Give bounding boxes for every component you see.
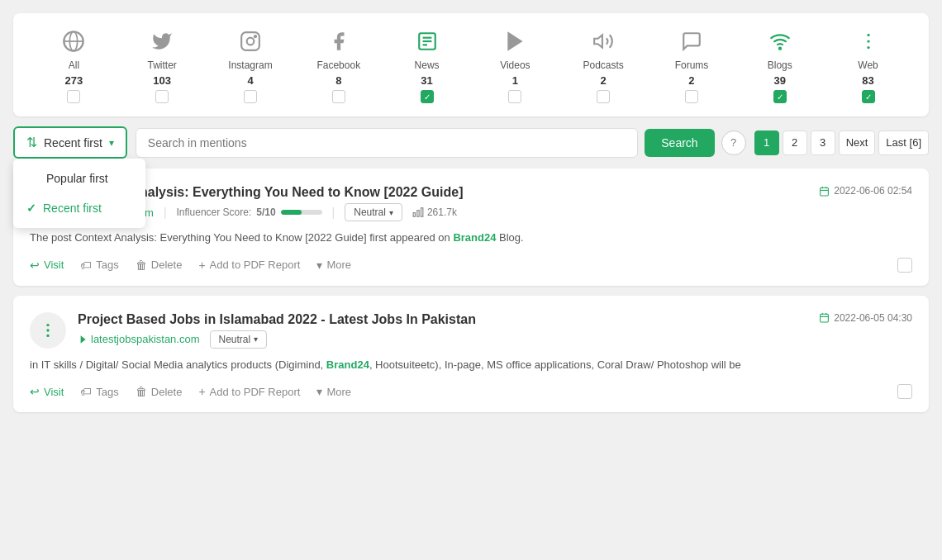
card-source-link[interactable]: latestjobspakistan.com (78, 333, 200, 345)
sort-dropdown-menu: Popular first✓Recent first (13, 159, 145, 228)
forums-label: Forums (675, 59, 709, 71)
web-label: Web (858, 59, 878, 71)
all-checkbox[interactable] (67, 90, 80, 103)
card-checkbox[interactable] (897, 384, 912, 399)
forums-checkbox[interactable] (685, 90, 698, 103)
add-pdf-label: Add to PDF Report (210, 386, 301, 398)
chevron-down-icon: ▾ (109, 137, 114, 149)
influencer-score: Influencer Score: 5/10 (177, 206, 322, 218)
svg-point-30 (46, 334, 49, 336)
page-btn-1[interactable]: 1 (754, 131, 779, 155)
svg-point-15 (867, 46, 869, 49)
action-visit[interactable]: ↩ Visit (30, 259, 64, 272)
blogs-icon (765, 26, 795, 56)
avatar (30, 312, 66, 349)
source-item-podcasts[interactable]: Podcasts 2 (559, 26, 648, 103)
sort-option-recent[interactable]: ✓Recent first (13, 193, 145, 223)
reach-stat: 261.7k (412, 206, 457, 218)
forums-count: 2 (688, 74, 694, 87)
search-button[interactable]: Search (645, 129, 714, 157)
card-header: Project Based Jobs in Islamabad 2022 - L… (30, 312, 912, 349)
action-visit[interactable]: ↩ Visit (30, 385, 64, 398)
action-more[interactable]: ▾ More (316, 385, 351, 398)
web-checkbox[interactable]: ✓ (862, 90, 875, 103)
add-pdf-icon: + (198, 259, 205, 272)
facebook-count: 8 (335, 74, 341, 87)
facebook-label: Facebook (316, 59, 360, 71)
source-item-instagram[interactable]: Instagram 4 (207, 26, 295, 103)
source-item-all[interactable]: All 273 (30, 26, 118, 103)
card-title: Context Analysis: Everything You Need to… (78, 185, 807, 200)
tags-label: Tags (96, 259, 118, 271)
sort-option-label: Popular first (46, 172, 108, 185)
search-bar: Search ? (136, 128, 746, 158)
source-item-forums[interactable]: Forums 2 (648, 26, 736, 103)
next-button[interactable]: Next (839, 131, 876, 155)
sort-label: Recent first (44, 136, 102, 149)
news-icon (412, 26, 442, 56)
instagram-checkbox[interactable] (244, 90, 257, 103)
facebook-icon (324, 26, 354, 56)
source-item-blogs[interactable]: Blogs 39 ✓ (735, 26, 824, 103)
videos-icon (500, 26, 530, 56)
facebook-checkbox[interactable] (332, 90, 345, 103)
news-checkbox[interactable]: ✓ (421, 90, 434, 103)
card-card1: Context Analysis: Everything You Need to… (13, 168, 929, 286)
check-icon: ✓ (26, 202, 36, 215)
action-tags[interactable]: 🏷 Tags (80, 385, 118, 398)
svg-marker-11 (594, 35, 602, 47)
last-button[interactable]: Last [6] (878, 131, 929, 155)
card-meta: Project Based Jobs in Islamabad 2022 - L… (78, 312, 807, 349)
search-input[interactable] (136, 128, 638, 158)
instagram-count: 4 (247, 74, 253, 87)
page-btn-2[interactable]: 2 (783, 131, 807, 155)
sort-icon: ⇅ (26, 135, 37, 150)
instagram-icon (236, 26, 265, 56)
blogs-label: Blogs (768, 59, 792, 71)
svg-rect-21 (421, 208, 422, 217)
action-add-pdf[interactable]: + Add to PDF Report (198, 259, 300, 272)
more-label: More (326, 259, 351, 271)
action-add-pdf[interactable]: + Add to PDF Report (198, 385, 300, 398)
more-icon: ▾ (316, 385, 322, 398)
blogs-checkbox[interactable]: ✓ (773, 90, 787, 103)
svg-rect-3 (241, 32, 259, 50)
source-item-videos[interactable]: Videos 1 (471, 26, 559, 103)
visit-label: Visit (44, 259, 64, 271)
videos-checkbox[interactable] (508, 90, 521, 103)
source-item-facebook[interactable]: Facebook 8 (294, 26, 383, 103)
source-list: All 273 Twitter 103 Instagram 4 Facebook… (30, 26, 912, 103)
action-delete[interactable]: 🗑 Delete (136, 259, 183, 272)
source-item-twitter[interactable]: Twitter 103 (118, 26, 207, 103)
action-more[interactable]: ▾ More (316, 259, 351, 272)
sentiment-badge[interactable]: Neutral ▾ (345, 203, 402, 221)
sort-dropdown[interactable]: ⇅ Recent first ▾ Popular first✓Recent fi… (13, 126, 127, 159)
svg-marker-31 (81, 335, 86, 344)
delete-icon: 🗑 (136, 385, 147, 398)
twitter-checkbox[interactable] (155, 90, 169, 103)
source-item-news[interactable]: News 31 ✓ (383, 26, 471, 103)
sentiment-badge[interactable]: Neutral ▾ (210, 330, 268, 349)
help-button[interactable]: ? (721, 131, 746, 155)
action-delete[interactable]: 🗑 Delete (136, 385, 183, 398)
instagram-label: Instagram (228, 59, 272, 71)
web-count: 83 (862, 74, 873, 87)
action-tags[interactable]: 🏷 Tags (80, 259, 118, 272)
card-checkbox[interactable] (897, 258, 912, 273)
delete-icon: 🗑 (136, 259, 147, 272)
card-title: Project Based Jobs in Islamabad 2022 - L… (78, 312, 807, 327)
page-btn-3[interactable]: 3 (811, 131, 835, 155)
card-actions: ↩ Visit 🏷 Tags 🗑 Delete + Add to PDF Rep… (30, 384, 912, 399)
videos-label: Videos (500, 59, 530, 71)
twitter-count: 103 (153, 74, 171, 87)
svg-point-14 (867, 40, 869, 42)
toolbar: ⇅ Recent first ▾ Popular first✓Recent fi… (13, 126, 929, 159)
podcasts-checkbox[interactable] (597, 90, 610, 103)
podcasts-count: 2 (601, 74, 607, 87)
body-link[interactable]: Brand24 (453, 231, 496, 244)
tags-icon: 🏷 (80, 259, 92, 272)
source-item-web[interactable]: Web 83 ✓ (824, 26, 912, 103)
podcasts-label: Podcasts (583, 59, 624, 71)
sort-option-popular[interactable]: Popular first (13, 164, 145, 193)
sort-button[interactable]: ⇅ Recent first ▾ (13, 126, 127, 159)
